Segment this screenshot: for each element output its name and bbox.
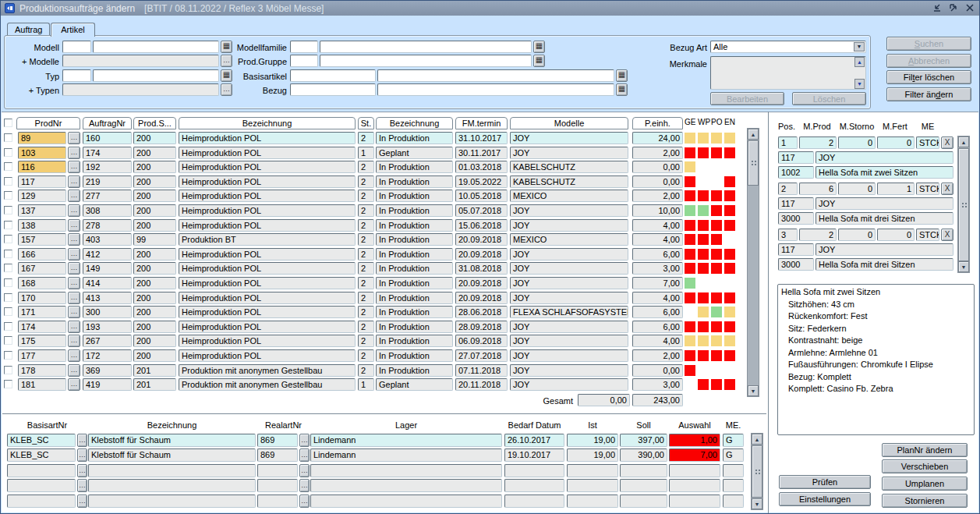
row-dots-button[interactable]: …: [68, 233, 80, 246]
prodgruppe-text-field[interactable]: [320, 55, 532, 67]
row-dots-button[interactable]: …: [77, 479, 87, 492]
row-dots-button[interactable]: …: [68, 349, 80, 362]
row-dots-button[interactable]: …: [68, 219, 80, 232]
row-checkbox[interactable]: [4, 293, 12, 302]
bezug-nr-field[interactable]: [290, 83, 376, 96]
bottom-table-scrollbar[interactable]: ▲ ▼: [751, 433, 763, 510]
row-dots-button[interactable]: …: [68, 378, 80, 391]
row-dots-button[interactable]: …: [68, 161, 80, 173]
stornieren-button[interactable]: Stornieren: [882, 494, 968, 508]
row-dots-button[interactable]: …: [77, 495, 87, 508]
row-dots-button[interactable]: …: [68, 175, 80, 188]
merkmale-textarea[interactable]: [710, 56, 866, 90]
row-dots-button[interactable]: …: [299, 464, 310, 477]
row-checkbox[interactable]: [4, 133, 12, 142]
scroll-up-icon[interactable]: ▲: [752, 434, 762, 445]
loeschen-button[interactable]: Löschen: [792, 92, 866, 105]
row-checkbox[interactable]: [4, 351, 12, 360]
row-checkbox[interactable]: [4, 307, 12, 316]
row-dots-button[interactable]: …: [68, 248, 80, 261]
row-dots-button[interactable]: …: [68, 190, 80, 202]
chevron-down-icon[interactable]: ▼: [854, 42, 865, 51]
basisartikel-text-field[interactable]: [377, 69, 614, 82]
row-checkbox[interactable]: [4, 380, 12, 388]
scroll-down-icon[interactable]: ▼: [958, 261, 969, 272]
row-dots-button[interactable]: …: [68, 204, 80, 217]
bearbeiten-button[interactable]: Bearbeiten: [710, 92, 784, 105]
close-icon[interactable]: [964, 3, 975, 14]
row-checkbox[interactable]: [4, 148, 12, 157]
pruefen-button[interactable]: Prüfen: [779, 475, 871, 489]
scroll-up-icon[interactable]: ▲: [748, 129, 759, 140]
modellfamilie-nr-field[interactable]: [290, 41, 318, 53]
row-dots-button[interactable]: …: [299, 479, 310, 492]
row-dots-button[interactable]: …: [68, 321, 80, 333]
umplanen-button[interactable]: Umplanen: [882, 477, 968, 491]
row-dots-button[interactable]: …: [68, 262, 80, 275]
merkmale-scroll-up-icon[interactable]: ▲: [854, 57, 865, 67]
row-dots-button[interactable]: …: [68, 277, 80, 289]
bezug-art-dropdown[interactable]: Alle ▼: [710, 41, 866, 53]
remove-x-button[interactable]: X: [941, 136, 953, 149]
row-checkbox[interactable]: [4, 206, 12, 214]
select-all-checkbox[interactable]: [4, 119, 12, 127]
peinh-cell: 2,00: [632, 147, 683, 159]
row-dots-button[interactable]: …: [299, 434, 310, 447]
row-dots-button[interactable]: …: [68, 147, 80, 159]
maximize-icon[interactable]: [948, 3, 959, 14]
row-dots-button[interactable]: …: [68, 335, 80, 347]
suchen-button[interactable]: Suchen: [886, 37, 971, 51]
prodgruppe-nr-field[interactable]: [290, 55, 318, 67]
bezug-lov-icon[interactable]: ▦: [616, 83, 628, 96]
row-dots-button[interactable]: …: [299, 448, 310, 462]
modellfamilie-lov-icon[interactable]: ▦: [533, 41, 545, 53]
row-dots-button[interactable]: …: [68, 132, 80, 144]
verschieben-button[interactable]: Verschieben: [882, 459, 968, 473]
row-checkbox[interactable]: [4, 366, 12, 374]
filter-aendern-button[interactable]: Filter ändern: [886, 87, 971, 101]
filter-loeschen-button[interactable]: Filter löschen: [886, 70, 971, 84]
row-checkbox[interactable]: [4, 221, 12, 229]
basisartikel-nr-field[interactable]: [290, 69, 376, 82]
restore-down-icon[interactable]: [932, 3, 943, 14]
merkmale-scroll-down-icon[interactable]: ▼: [854, 79, 865, 89]
row-checkbox[interactable]: [4, 336, 12, 345]
row-dots-button[interactable]: …: [77, 448, 87, 462]
abbrechen-button[interactable]: Abbrechen: [886, 54, 971, 68]
row-checkbox[interactable]: [4, 250, 12, 258]
row-dots-button[interactable]: …: [77, 464, 87, 477]
einstellungen-button[interactable]: Einstellungen: [779, 492, 871, 506]
plannr-aendern-button[interactable]: PlanNr ändern: [882, 443, 968, 457]
scroll-up-icon[interactable]: ▲: [958, 136, 969, 147]
row-checkbox[interactable]: [4, 322, 12, 331]
tab-auftrag[interactable]: Auftrag: [7, 23, 50, 36]
bezug-text-field[interactable]: [377, 83, 614, 96]
scrollbar-thumb[interactable]: [752, 445, 762, 498]
row-dots-button[interactable]: …: [299, 495, 310, 508]
scrollbar-thumb[interactable]: [748, 140, 759, 186]
tab-artikel[interactable]: Artikel: [51, 23, 95, 37]
row-checkbox[interactable]: [4, 278, 12, 287]
row-checkbox[interactable]: [4, 162, 12, 171]
row-checkbox[interactable]: [4, 264, 12, 272]
row-dots-button[interactable]: …: [68, 306, 80, 318]
basisartikel-lov-icon[interactable]: ▦: [616, 69, 628, 82]
positions-scrollbar[interactable]: ▲ ▼: [957, 136, 970, 273]
row-dots-button[interactable]: …: [68, 292, 80, 304]
main-table-scrollbar[interactable]: ▲ ▼: [747, 128, 759, 397]
scroll-down-icon[interactable]: ▼: [752, 498, 762, 509]
prodgruppe-lov-icon[interactable]: ▦: [533, 55, 545, 67]
modell-nr-field[interactable]: [62, 41, 91, 53]
row-checkbox[interactable]: [4, 235, 12, 243]
row-dots-button[interactable]: …: [68, 364, 80, 377]
row-dots-button[interactable]: …: [77, 434, 87, 447]
status-square-ge: [685, 263, 695, 274]
row-checkbox[interactable]: [4, 177, 12, 186]
scrollbar-thumb[interactable]: [958, 148, 969, 261]
modellfamilie-text-field[interactable]: [320, 41, 532, 53]
remove-x-button[interactable]: X: [941, 229, 953, 241]
scroll-down-icon[interactable]: ▼: [748, 385, 759, 396]
row-checkbox[interactable]: [4, 191, 12, 200]
typ-nr-field[interactable]: [62, 69, 91, 82]
remove-x-button[interactable]: X: [941, 183, 953, 195]
